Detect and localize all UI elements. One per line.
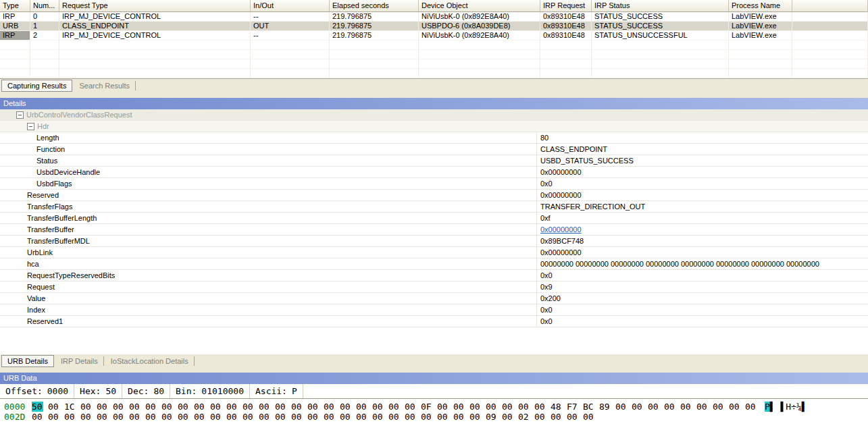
hex-byte[interactable]: 00 [97, 412, 108, 422]
column-header-elapsed-seconds[interactable]: Elapsed seconds [330, 0, 419, 12]
prop-row[interactable]: TransferBuffer0x00000000 [0, 224, 868, 236]
prop-row[interactable]: Request0x9 [0, 281, 868, 293]
hex-byte[interactable]: 00 [210, 412, 222, 422]
hex-byte[interactable]: 00 [226, 402, 238, 412]
prop-row[interactable]: UrbLink0x00000000 [0, 247, 868, 259]
hex-byte[interactable]: 00 [145, 412, 157, 422]
column-header-in-out[interactable]: In/Out [251, 0, 330, 12]
tab-urb-details[interactable]: URB Details [1, 355, 54, 367]
hex-byte[interactable]: 50 [32, 402, 43, 412]
column-header-irp-request[interactable]: IRP Request [540, 0, 592, 12]
hex-byte[interactable]: 00 [405, 412, 416, 422]
prop-row[interactable]: UsbdFlags0x0 [0, 178, 868, 190]
hex-byte[interactable]: 00 [97, 402, 108, 412]
hex-byte[interactable]: 00 [48, 402, 59, 412]
hex-byte[interactable]: BC [583, 402, 594, 412]
column-header-filler[interactable] [792, 0, 868, 12]
table-row[interactable]: IRP0IRP_MJ_DEVICE_CONTROL--219.796875NiV… [0, 12, 868, 22]
hex-byte[interactable]: 00 [567, 412, 578, 422]
hex-byte[interactable]: 00 [307, 412, 319, 422]
hex-byte[interactable]: 00 [437, 402, 449, 412]
hex-byte[interactable]: 0F [421, 402, 432, 412]
prop-row[interactable]: UsbdDeviceHandle0x00000000 [0, 167, 868, 178]
hex-byte[interactable]: 00 [340, 402, 351, 412]
hex-byte[interactable]: 00 [242, 402, 254, 412]
column-header-device-object[interactable]: Device Object [419, 0, 540, 12]
hex-byte[interactable]: 00 [307, 402, 319, 412]
hex-byte[interactable]: 00 [356, 402, 367, 412]
collapse-icon[interactable] [27, 123, 34, 130]
tab-capturing-results[interactable]: Capturing Results [1, 80, 72, 92]
column-header-irp-status[interactable]: IRP Status [592, 0, 729, 12]
hex-byte[interactable]: 00 [534, 402, 546, 412]
hex-byte[interactable]: 00 [129, 412, 141, 422]
hex-byte[interactable]: 00 [80, 402, 92, 412]
hex-byte[interactable]: 00 [729, 402, 740, 412]
hex-byte[interactable]: 00 [275, 402, 286, 412]
hex-byte[interactable]: 00 [453, 412, 465, 422]
prop-row[interactable]: hca00000000 00000000 00000000 00000000 0… [0, 259, 868, 270]
hex-byte[interactable]: 00 [48, 412, 59, 422]
prop-row[interactable]: TransferBufferMDL0x89BCF748 [0, 236, 868, 247]
prop-row[interactable]: FunctionCLASS_ENDPOINT [0, 144, 868, 155]
hex-byte[interactable]: 00 [64, 412, 76, 422]
table-row[interactable]: IRP2IRP_MJ_DEVICE_CONTROL--219.796875NiV… [0, 31, 868, 40]
prop-row[interactable]: TransferFlagsTRANSFER_DIRECTION_OUT [0, 201, 868, 213]
hex-byte[interactable]: 00 [324, 402, 335, 412]
hex-byte[interactable]: 1C [64, 402, 76, 412]
hex-byte[interactable]: 00 [356, 412, 367, 422]
hex-byte[interactable]: 00 [405, 402, 416, 412]
hex-byte[interactable]: 00 [615, 402, 627, 412]
column-header-type[interactable]: Type [0, 0, 30, 12]
hex-byte[interactable]: 00 [161, 412, 173, 422]
hex-byte[interactable]: 00 [664, 402, 675, 412]
hex-byte[interactable]: 00 [421, 412, 432, 422]
hex-byte[interactable]: 00 [291, 402, 303, 412]
hex-byte[interactable]: 00 [388, 412, 400, 422]
hex-byte[interactable]: 00 [291, 412, 303, 422]
hex-byte[interactable]: 00 [486, 402, 497, 412]
hex-byte[interactable]: 00 [113, 402, 124, 412]
hex-byte[interactable]: 00 [372, 412, 384, 422]
hex-byte[interactable]: 00 [502, 412, 513, 422]
prop-row[interactable]: TransferBufferLength0xf [0, 213, 868, 224]
hex-byte[interactable]: 00 [469, 402, 481, 412]
hex-byte[interactable]: 00 [372, 402, 384, 412]
prop-row[interactable]: Index0x0 [0, 304, 868, 316]
table-row[interactable]: URB1CLASS_ENDPOINTOUT219.796875USBPDO-6 … [0, 22, 868, 31]
hex-byte[interactable]: 00 [551, 412, 562, 422]
tab-iostacklocation-details[interactable]: IoStackLocation Details [105, 356, 195, 366]
prop-value-link[interactable]: 0x00000000 [540, 225, 582, 234]
hex-byte[interactable]: 00 [80, 412, 92, 422]
hex-byte[interactable]: 00 [275, 412, 286, 422]
prop-row[interactable]: Length80 [0, 132, 868, 144]
hex-byte[interactable]: 00 [178, 402, 189, 412]
hex-byte[interactable]: 00 [437, 412, 449, 422]
hex-byte[interactable]: 89 [599, 402, 611, 412]
prop-row[interactable]: RequestTypeReservedBits0x0 [0, 270, 868, 281]
hex-byte[interactable]: 00 [632, 402, 643, 412]
hex-byte[interactable]: 00 [145, 402, 157, 412]
column-header-num[interactable]: Num... [30, 0, 59, 12]
prop-row[interactable]: Reserved0x00000000 [0, 190, 868, 201]
pane-splitter[interactable] [0, 92, 868, 98]
hex-byte[interactable]: 00 [453, 402, 465, 412]
hex-byte[interactable]: 00 [680, 402, 692, 412]
pane-splitter[interactable] [0, 368, 868, 373]
hex-byte[interactable]: 00 [226, 412, 238, 422]
hex-byte[interactable]: 00 [161, 402, 173, 412]
hex-byte[interactable]: 00 [113, 412, 124, 422]
column-header-request-type[interactable]: Request Type [59, 0, 251, 12]
hex-byte[interactable]: 09 [486, 412, 497, 422]
hex-byte[interactable]: F7 [567, 402, 578, 412]
hex-byte[interactable]: 48 [551, 402, 562, 412]
tab-search-results[interactable]: Search Results [74, 81, 136, 90]
column-header-process-name[interactable]: Process Name [729, 0, 792, 12]
hex-byte[interactable]: 00 [32, 412, 43, 422]
hex-byte[interactable]: 00 [340, 412, 351, 422]
tab-irp-details[interactable]: IRP Details [55, 356, 104, 366]
hex-byte[interactable]: 00 [518, 402, 530, 412]
hex-byte[interactable]: 00 [469, 412, 481, 422]
hex-byte[interactable]: 00 [696, 402, 708, 412]
hex-byte[interactable]: 00 [194, 412, 205, 422]
